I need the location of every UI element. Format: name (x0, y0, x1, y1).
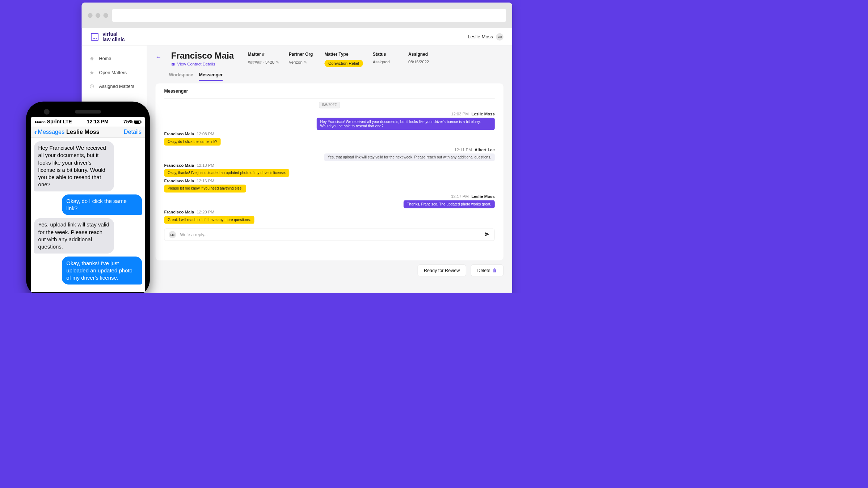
edit-icon[interactable]: ✎ (304, 60, 307, 65)
camera-icon (44, 109, 50, 115)
message-bubble: Okay, do I click the same link? (164, 138, 221, 146)
messenger-title: Messenger (164, 89, 495, 94)
message-header: Francisco Maia12:13 PM (164, 163, 495, 168)
contact-link-label: View Contact Details (177, 62, 215, 67)
message-header: Francisco Maia12:16 PM (164, 179, 495, 183)
svg-rect-9 (141, 121, 142, 123)
phone-mockup: ●●●○○Sprint LTE 12:13 PM 75% ‹MessagesLe… (26, 102, 150, 293)
case-title: Francisco Maia (171, 51, 234, 60)
imessage-bubble: Okay, do I click the same link? (62, 194, 142, 215)
window-close-dot[interactable] (88, 13, 92, 18)
star-icon (89, 70, 94, 75)
phone-status-bar: ●●●○○Sprint LTE 12:13 PM 75% (31, 117, 145, 127)
battery-icon (134, 120, 142, 124)
logo-icon (90, 33, 99, 41)
messenger-panel: Messenger 9/6/2022 12:03 PMLeslie MossHe… (156, 83, 503, 260)
tab-workspace[interactable]: Workspace (169, 71, 193, 81)
message-header: 12:17 PMLeslie Moss (451, 194, 495, 199)
clock-icon (89, 84, 94, 89)
details-button[interactable]: Details (124, 129, 142, 136)
message-bubble: Okay, thanks! I've just uploaded an upda… (164, 169, 290, 177)
logo-text-1: virtual (102, 31, 125, 37)
date-separator: 9/6/2022 (319, 102, 340, 108)
meta-label-partner: Partner Org (289, 52, 315, 57)
message-header: Francisco Maia12:20 PM (164, 210, 495, 215)
message-bubble: Please let me know if you need anything … (164, 185, 246, 193)
speaker-icon (75, 110, 101, 114)
message-header: Francisco Maia12:08 PM (164, 132, 495, 136)
url-bar[interactable] (112, 9, 506, 22)
chevron-left-icon: ‹ (34, 130, 37, 135)
window-max-dot[interactable] (104, 13, 108, 18)
message-row: Francisco Maia12:20 PMGreat. I will reac… (164, 210, 495, 224)
svg-point-6 (172, 64, 173, 64)
meta-value-matter-no: ###### - 3420 (248, 60, 275, 64)
message-bubble: Hey Francisco! We received all your docu… (317, 118, 495, 130)
sidebar-item-label: Home (99, 56, 111, 61)
browser-chrome (82, 3, 512, 28)
sidebar-item-label: Assigned Matters (99, 84, 134, 89)
messages-back-button[interactable]: ‹MessagesLeslie Moss (34, 129, 100, 136)
delete-button[interactable]: Delete🗑 (471, 264, 503, 276)
divider (164, 98, 495, 99)
tab-messenger[interactable]: Messenger (199, 71, 223, 81)
meta-label-status: Status (373, 52, 399, 57)
meta-label-type: Matter Type (324, 52, 363, 57)
imessage-bubble: Hey Francisco! We received all your docu… (34, 141, 114, 191)
message-bubble: Yes, that upload link will stay valid fo… (324, 153, 495, 161)
window-min-dot[interactable] (96, 13, 100, 18)
imessage-bubble: Okay, thanks! I've just uploaded an upda… (62, 256, 142, 285)
home-icon (89, 56, 94, 61)
reply-box: LM (164, 229, 495, 241)
contact-icon (171, 62, 175, 66)
phone-time: 12:13 PM (87, 119, 109, 125)
imessage-bubble: Yes, upload link will stay valid for the… (34, 218, 114, 254)
edit-icon[interactable]: ✎ (276, 60, 279, 65)
signal-icon: ●●●○○ (34, 119, 45, 124)
svg-rect-0 (91, 33, 98, 40)
svg-point-2 (94, 38, 95, 39)
ready-for-review-button[interactable]: Ready for Review (418, 264, 466, 276)
message-row: 12:17 PMLeslie MossThanks, Francisco. Th… (164, 194, 495, 208)
message-header: 12:11 PMAlbert Lee (454, 147, 495, 152)
sidebar-item-home[interactable]: Home (82, 52, 147, 65)
meta-value-status: Assigned (373, 60, 399, 64)
message-row: Francisco Maia12:08 PMOkay, do I click t… (164, 132, 495, 145)
sidebar-item-label: Open Matters (99, 70, 127, 75)
svg-point-1 (93, 38, 93, 39)
view-contact-link[interactable]: View Contact Details (171, 62, 234, 67)
message-header: 12:03 PMLeslie Moss (451, 112, 495, 116)
message-row: 12:11 PMAlbert LeeYes, that upload link … (164, 147, 495, 161)
battery-level: 75% (123, 119, 134, 125)
app-topbar: virtuallaw clinic Leslie Moss LM (82, 28, 512, 46)
user-menu[interactable]: Leslie Moss LM (468, 33, 503, 41)
meta-label-matter-no: Matter # (248, 52, 279, 57)
message-row: 12:03 PMLeslie MossHey Francisco! We rec… (164, 112, 495, 130)
logo[interactable]: virtuallaw clinic (90, 31, 125, 42)
avatar: LM (169, 231, 176, 238)
meta-value-assigned: 08/16/2022 (408, 60, 434, 64)
meta-value-partner: Verizon (289, 60, 303, 64)
avatar: LM (496, 33, 503, 41)
meta-label-assigned: Assigned (408, 52, 434, 57)
message-row: Francisco Maia12:13 PMOkay, thanks! I've… (164, 163, 495, 177)
user-name: Leslie Moss (468, 34, 493, 40)
sidebar-item-open-matters[interactable]: Open Matters (82, 65, 147, 79)
reply-input[interactable] (180, 232, 480, 237)
message-bubble: Thanks, Francisco. The updated photo wor… (404, 200, 495, 208)
svg-point-3 (96, 38, 97, 39)
phone-nav: ‹MessagesLeslie Moss Details (31, 127, 145, 138)
message-row: Francisco Maia12:16 PMPlease let me know… (164, 179, 495, 192)
carrier-label: Sprint LTE (47, 119, 72, 125)
logo-text-2: law clinic (102, 37, 125, 42)
svg-rect-8 (135, 121, 139, 123)
matter-type-chip: Conviction Relief (324, 60, 363, 67)
back-button[interactable]: ← (156, 51, 162, 60)
send-icon[interactable] (485, 232, 490, 238)
main-content: ← Francisco Maia View Contact Details Ma… (147, 46, 512, 293)
sidebar-item-assigned-matters[interactable]: Assigned Matters (82, 80, 147, 93)
trash-icon: 🗑 (493, 268, 497, 273)
message-bubble: Great. I will reach out if I have any mo… (164, 216, 254, 224)
chat-name: Leslie Moss (66, 129, 100, 136)
messages-back-label: Messages (38, 129, 64, 136)
